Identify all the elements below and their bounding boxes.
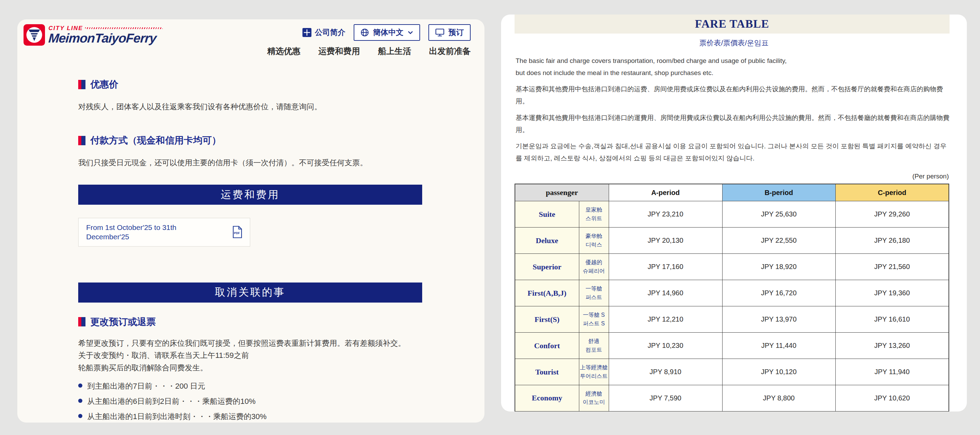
cancellation-fee-list: 到主船出港的7日前・・・200 日元 从主船出港的6日前到2日前・・・乘船运费的…	[78, 381, 422, 422]
discount-heading: 优惠价	[78, 78, 422, 90]
heading-marker-icon	[78, 317, 86, 326]
left-panel: CITY LINE MeimonTaiyoFerry	[17, 19, 484, 422]
col-header-b-period: B-period	[722, 184, 835, 201]
company-info-link[interactable]: 公司简介	[302, 27, 345, 38]
right-panel: FARE TABLE 票价表/票價表/운임표 The basic fair an…	[501, 14, 967, 411]
col-header-c-period: C-period	[835, 184, 949, 201]
logo-zigzag-line	[85, 27, 163, 29]
nav-item-fares[interactable]: 运费和费用	[318, 46, 360, 57]
pdf-file-icon: PDF	[232, 226, 242, 238]
payment-heading: 付款方式（现金和信用卡均可）	[78, 134, 422, 147]
heading-marker-icon	[78, 136, 86, 145]
table-row: First(A,B,J) 一等艙퍼스트 JPY 14,960 JPY 16,72…	[515, 280, 949, 306]
payment-body: 我们只接受日元現金，还可以使用主要的信用卡（须一次付清）。不可接受任何支票。	[78, 157, 422, 169]
discount-body: 对残疾人，团体客人以及往返乘客我们设有各种优惠价位，请随意询问。	[78, 101, 422, 113]
nav-item-deals[interactable]: 精选优惠	[267, 46, 301, 57]
fare-intro: The basic fair and charge covers transpo…	[515, 55, 952, 164]
grid-icon	[302, 28, 312, 37]
page: CITY LINE MeimonTaiyoFerry	[0, 0, 980, 435]
fare-table: passenger A-period B-period C-period Sui…	[515, 184, 949, 411]
table-row: Suite 皇家舱스위트 JPY 23,210 JPY 25,630 JPY 2…	[515, 201, 949, 227]
fare-pdf-label: From 1st October'25 to 31th December'25	[86, 223, 204, 242]
booking-button[interactable]: 预订	[428, 24, 471, 41]
globe-icon	[361, 29, 369, 37]
fare-table-banner: FARE TABLE	[515, 14, 950, 33]
nav-item-onboard-life[interactable]: 船上生活	[378, 46, 411, 57]
fare-table-subtitle: 票价表/票價表/운임표	[501, 38, 967, 48]
svg-text:PDF: PDF	[234, 231, 240, 235]
utility-nav: 公司简介 簡体中文	[302, 24, 471, 41]
language-selector[interactable]: 簡体中文	[354, 24, 420, 41]
table-row: Superior 優越的슈페리어 JPY 17,160 JPY 18,920 J…	[515, 254, 949, 280]
fares-banner: 运费和费用	[78, 185, 422, 205]
cancel-banner: 取消关联的事	[78, 283, 422, 303]
list-item: 从主船出港的6日前到2日前・・・乘船运费的10%	[78, 396, 422, 406]
logo-brand-text: MeimonTaiyoFerry	[48, 32, 163, 45]
logo[interactable]: CITY LINE MeimonTaiyoFerry	[24, 24, 163, 46]
table-row: Deluxe 豪华舱디럭스 JPY 20,130 JPY 22,550 JPY …	[515, 227, 949, 254]
change-paragraphs: 希望更改预订，只要有空的床位我们既可接受，但要按照运费表重新计算费用。若有差额须…	[78, 337, 422, 374]
table-row: Confort 舒適컴포트 JPY 10,230 JPY 11,440 JPY …	[515, 333, 949, 359]
site-header: CITY LINE MeimonTaiyoFerry	[17, 19, 484, 57]
table-row: Economy 經濟艙이코노미 JPY 7,590 JPY 8,800 JPY …	[515, 385, 949, 411]
list-item: 到主船出港的7日前・・・200 日元	[78, 381, 422, 391]
main-nav: 精选优惠 运费和费用 船上生活 出发前准备	[267, 46, 471, 57]
fare-pdf-link[interactable]: From 1st October'25 to 31th December'25 …	[78, 218, 250, 246]
table-row: First(S) 一等艙 S퍼스트 S JPY 12,210 JPY 13,97…	[515, 306, 949, 333]
nav-item-before-departure[interactable]: 出发前准备	[429, 46, 471, 57]
col-header-a-period: A-period	[609, 184, 722, 201]
table-header-row: passenger A-period B-period C-period	[515, 184, 949, 201]
left-content: 优惠价 对残疾人，团体客人以及往返乘客我们设有各种优惠价位，请随意询问。 付款方…	[17, 78, 484, 422]
list-item: 从主船出港的1日前到出港时刻・・・乘船运费的30%	[78, 411, 422, 422]
ferry-logo-icon	[24, 24, 45, 46]
table-row: Tourist 上等經濟艙투어리스트 JPY 8,910 JPY 10,120 …	[515, 359, 949, 385]
col-header-passenger: passenger	[515, 184, 609, 201]
chevron-down-icon	[408, 30, 413, 35]
change-heading: 更改预订或退票	[78, 316, 422, 328]
logo-cityline-text: CITY LINE	[48, 25, 83, 32]
fare-table-title: FARE TABLE	[695, 17, 769, 30]
heading-marker-icon	[78, 80, 86, 89]
per-person-note: (Per person)	[501, 173, 949, 180]
monitor-icon	[435, 29, 444, 37]
